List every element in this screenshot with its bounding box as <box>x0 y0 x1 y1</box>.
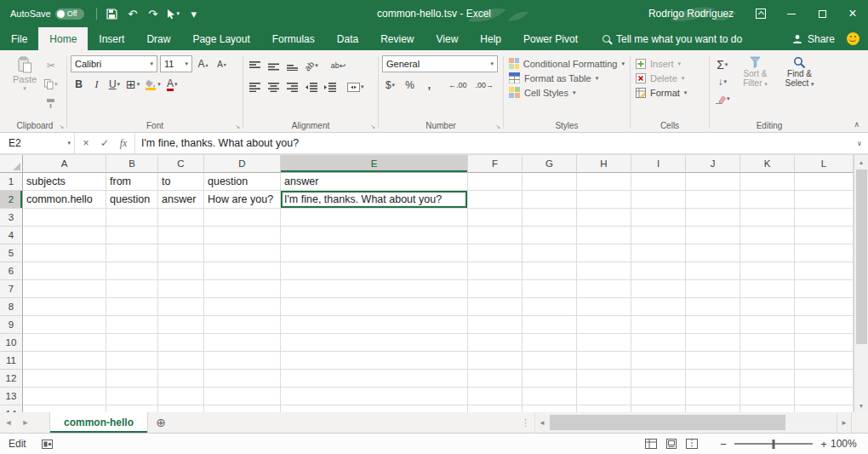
save-button[interactable] <box>103 4 122 23</box>
cell-I6[interactable] <box>631 262 686 280</box>
cell-H6[interactable] <box>577 262 631 280</box>
cell-A13[interactable] <box>23 388 106 405</box>
row-header-14[interactable]: 14 <box>0 405 23 412</box>
cell-H10[interactable] <box>577 334 631 352</box>
cell-C6[interactable] <box>158 262 204 280</box>
cell-J7[interactable] <box>686 280 740 298</box>
cell-H4[interactable] <box>577 227 631 244</box>
insert-function-button[interactable]: fx <box>114 137 133 150</box>
cell-H1[interactable] <box>577 173 631 191</box>
user-name[interactable]: Rodrigo Rodriguez <box>648 8 734 20</box>
orientation-button[interactable]: ab▾ <box>303 57 320 74</box>
cell-L13[interactable] <box>795 388 854 405</box>
cell-A2[interactable]: common.hello <box>23 191 106 209</box>
cell-H13[interactable] <box>577 388 631 405</box>
cell-C2[interactable]: answer <box>158 191 204 209</box>
tab-review[interactable]: Review <box>369 27 425 50</box>
cell-F7[interactable] <box>468 280 523 298</box>
cell-C14[interactable] <box>158 405 204 412</box>
cell-G4[interactable] <box>523 227 577 244</box>
feedback-button[interactable] <box>845 27 868 50</box>
column-header-B[interactable]: B <box>106 155 158 173</box>
align-top-button[interactable] <box>247 57 263 74</box>
formula-bar-expand-button[interactable]: ∨ <box>851 133 868 153</box>
cell-E11[interactable] <box>281 352 468 370</box>
number-dialog-launcher-icon[interactable]: ↘ <box>495 124 500 130</box>
cell-L14[interactable] <box>795 405 854 412</box>
cell-F12[interactable] <box>468 370 523 388</box>
scroll-right-button[interactable]: ► <box>837 412 851 433</box>
autosave-toggle[interactable]: AutoSave Off <box>0 9 91 20</box>
cell-I5[interactable] <box>631 244 686 262</box>
row-header-1[interactable]: 1 <box>0 173 23 191</box>
cell-A12[interactable] <box>23 370 106 388</box>
cell-G3[interactable] <box>523 209 577 227</box>
fill-color-button[interactable]: ▾ <box>143 76 163 93</box>
conditional-formatting-button[interactable]: Conditional Formatting ▾ <box>507 56 626 71</box>
cell-D8[interactable] <box>204 298 281 316</box>
sheet-nav-right-button[interactable]: ► <box>17 412 34 433</box>
zoom-thumb[interactable] <box>773 440 775 449</box>
cell-I12[interactable] <box>631 370 686 388</box>
increase-font-size-button[interactable]: A▴ <box>195 55 211 72</box>
customize-quick-access-button[interactable]: ▾ <box>185 4 203 23</box>
cell-A14[interactable] <box>23 405 106 412</box>
cell-K13[interactable] <box>740 388 795 405</box>
cell-E5[interactable] <box>281 244 468 262</box>
cell-L7[interactable] <box>795 280 854 298</box>
horizontal-scroll-track[interactable] <box>549 412 837 433</box>
accounting-format-button[interactable]: $▾ <box>382 77 398 94</box>
cell-B1[interactable]: from <box>106 173 158 191</box>
cell-L1[interactable] <box>795 173 854 191</box>
find-select-button[interactable]: Find & Select ▾ <box>779 54 820 107</box>
cell-B8[interactable] <box>106 298 158 316</box>
redo-button[interactable]: ↷ <box>144 4 163 23</box>
cell-I2[interactable] <box>631 191 686 209</box>
cell-H5[interactable] <box>577 244 631 262</box>
cell-J12[interactable] <box>686 370 740 388</box>
column-header-J[interactable]: J <box>686 155 740 173</box>
row-header-12[interactable]: 12 <box>0 370 23 388</box>
cell-A11[interactable] <box>23 352 106 370</box>
row-header-2[interactable]: 2 <box>0 191 23 209</box>
new-sheet-button[interactable]: ⊕ <box>148 412 174 433</box>
cell-J4[interactable] <box>686 227 740 244</box>
close-button[interactable]: × <box>837 0 868 27</box>
fill-button[interactable]: ↓▾ <box>713 73 732 90</box>
cell-K9[interactable] <box>740 316 795 334</box>
cell-E4[interactable] <box>281 227 468 244</box>
cell-I13[interactable] <box>631 388 686 405</box>
minimize-button[interactable] <box>776 0 807 27</box>
column-header-L[interactable]: L <box>795 155 854 173</box>
font-name-select[interactable]: Calibri▾ <box>71 55 157 72</box>
row-header-4[interactable]: 4 <box>0 227 23 244</box>
cell-G11[interactable] <box>523 352 577 370</box>
column-header-A[interactable]: A <box>23 155 106 173</box>
cell-D9[interactable] <box>204 316 281 334</box>
share-button[interactable]: Share <box>782 27 845 50</box>
zoom-level-button[interactable]: 100% <box>831 438 868 450</box>
formula-input[interactable]: I'm fine, thanks. What about you? <box>135 133 851 153</box>
tell-me-search[interactable]: Tell me what you want to do <box>602 27 742 50</box>
cell-J11[interactable] <box>686 352 740 370</box>
cell-G10[interactable] <box>523 334 577 352</box>
align-left-button[interactable] <box>247 78 263 95</box>
decrease-decimal-button[interactable]: .00→ <box>473 77 497 94</box>
cell-F13[interactable] <box>468 388 523 405</box>
sheet-tab-common-hello[interactable]: common-hello <box>49 412 148 433</box>
cell-E13[interactable] <box>281 388 468 405</box>
comma-style-button[interactable]: , <box>421 77 437 94</box>
tab-splitter-handle[interactable]: ⋮ <box>517 412 534 433</box>
cell-I7[interactable] <box>631 280 686 298</box>
cell-L4[interactable] <box>795 227 854 244</box>
row-header-11[interactable]: 11 <box>0 352 23 370</box>
cell-I3[interactable] <box>631 209 686 227</box>
cell-I10[interactable] <box>631 334 686 352</box>
cell-B6[interactable] <box>106 262 158 280</box>
tab-formulas[interactable]: Formulas <box>261 27 326 50</box>
cell-E3[interactable] <box>281 209 468 227</box>
cell-L12[interactable] <box>795 370 854 388</box>
column-header-C[interactable]: C <box>158 155 204 173</box>
cut-button[interactable]: ✂ <box>43 57 60 74</box>
select-all-button[interactable] <box>0 155 23 173</box>
